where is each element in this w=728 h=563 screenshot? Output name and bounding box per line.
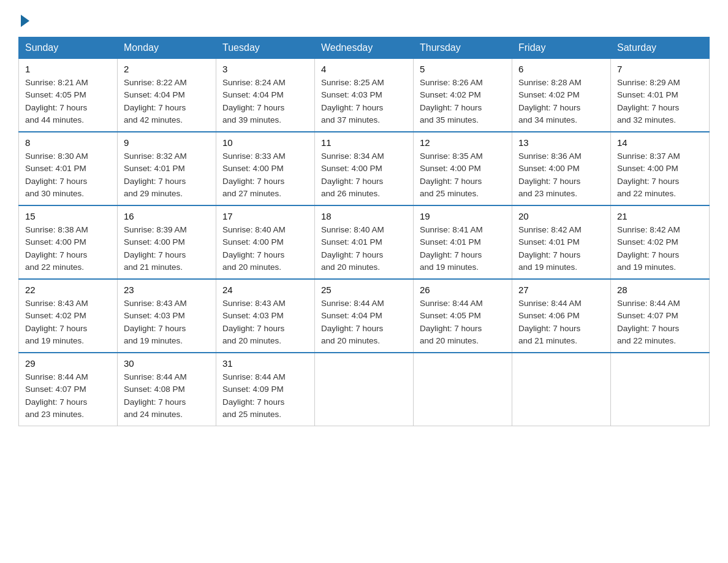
day-info: Sunrise: 8:44 AMSunset: 4:07 PMDaylight:… xyxy=(25,371,111,421)
day-number: 11 xyxy=(321,137,407,148)
day-info: Sunrise: 8:44 AMSunset: 4:08 PMDaylight:… xyxy=(124,371,210,421)
logo xyxy=(18,12,29,25)
day-number: 7 xyxy=(617,64,703,74)
calendar-cell: 12 Sunrise: 8:35 AMSunset: 4:00 PMDaylig… xyxy=(414,132,512,205)
column-header-friday: Friday xyxy=(512,37,611,59)
calendar-cell: 6 Sunrise: 8:28 AMSunset: 4:02 PMDayligh… xyxy=(512,59,611,132)
day-info: Sunrise: 8:43 AMSunset: 4:03 PMDaylight:… xyxy=(222,297,308,347)
day-number: 9 xyxy=(124,137,210,148)
logo-arrow-icon xyxy=(21,15,29,27)
day-number: 23 xyxy=(124,285,210,295)
day-info: Sunrise: 8:38 AMSunset: 4:00 PMDaylight:… xyxy=(25,224,111,274)
calendar-cell xyxy=(611,353,710,426)
day-number: 29 xyxy=(25,358,111,369)
calendar-cell: 9 Sunrise: 8:32 AMSunset: 4:01 PMDayligh… xyxy=(118,132,216,205)
calendar-cell: 29 Sunrise: 8:44 AMSunset: 4:07 PMDaylig… xyxy=(19,353,118,426)
day-number: 1 xyxy=(25,64,111,74)
day-number: 28 xyxy=(617,285,703,295)
day-info: Sunrise: 8:44 AMSunset: 4:09 PMDaylight:… xyxy=(222,371,308,421)
day-number: 31 xyxy=(222,358,308,369)
calendar-cell: 4 Sunrise: 8:25 AMSunset: 4:03 PMDayligh… xyxy=(315,59,414,132)
day-number: 22 xyxy=(25,285,111,295)
calendar-cell xyxy=(315,353,414,426)
day-info: Sunrise: 8:28 AMSunset: 4:02 PMDaylight:… xyxy=(518,77,604,126)
day-number: 20 xyxy=(518,211,604,221)
calendar-cell: 7 Sunrise: 8:29 AMSunset: 4:01 PMDayligh… xyxy=(611,59,710,132)
day-info: Sunrise: 8:40 AMSunset: 4:00 PMDaylight:… xyxy=(222,224,308,274)
day-info: Sunrise: 8:32 AMSunset: 4:01 PMDaylight:… xyxy=(124,150,210,200)
day-info: Sunrise: 8:29 AMSunset: 4:01 PMDaylight:… xyxy=(617,77,703,126)
day-number: 26 xyxy=(420,285,506,295)
calendar-cell xyxy=(414,353,512,426)
calendar-cell: 23 Sunrise: 8:43 AMSunset: 4:03 PMDaylig… xyxy=(118,279,216,353)
day-number: 27 xyxy=(518,285,604,295)
calendar-cell: 16 Sunrise: 8:39 AMSunset: 4:00 PMDaylig… xyxy=(118,205,216,279)
day-info: Sunrise: 8:24 AMSunset: 4:04 PMDaylight:… xyxy=(222,77,308,126)
day-info: Sunrise: 8:40 AMSunset: 4:01 PMDaylight:… xyxy=(321,224,407,274)
calendar-cell: 22 Sunrise: 8:43 AMSunset: 4:02 PMDaylig… xyxy=(19,279,118,353)
day-number: 30 xyxy=(124,358,210,369)
day-info: Sunrise: 8:44 AMSunset: 4:06 PMDaylight:… xyxy=(518,297,604,347)
day-info: Sunrise: 8:26 AMSunset: 4:02 PMDaylight:… xyxy=(420,77,506,126)
day-number: 25 xyxy=(321,285,407,295)
day-number: 16 xyxy=(124,211,210,221)
day-number: 2 xyxy=(124,64,210,74)
day-number: 21 xyxy=(617,211,703,221)
week-row-4: 22 Sunrise: 8:43 AMSunset: 4:02 PMDaylig… xyxy=(19,279,710,353)
page-header xyxy=(18,12,710,25)
column-header-sunday: Sunday xyxy=(19,37,118,59)
calendar-cell xyxy=(512,353,611,426)
calendar-cell: 5 Sunrise: 8:26 AMSunset: 4:02 PMDayligh… xyxy=(414,59,512,132)
calendar-cell: 13 Sunrise: 8:36 AMSunset: 4:00 PMDaylig… xyxy=(512,132,611,205)
calendar-cell: 28 Sunrise: 8:44 AMSunset: 4:07 PMDaylig… xyxy=(611,279,710,353)
day-number: 3 xyxy=(222,64,308,74)
calendar-cell: 10 Sunrise: 8:33 AMSunset: 4:00 PMDaylig… xyxy=(216,132,315,205)
calendar-cell: 31 Sunrise: 8:44 AMSunset: 4:09 PMDaylig… xyxy=(216,353,315,426)
day-info: Sunrise: 8:44 AMSunset: 4:07 PMDaylight:… xyxy=(617,297,703,347)
column-header-tuesday: Tuesday xyxy=(216,37,315,59)
day-info: Sunrise: 8:42 AMSunset: 4:02 PMDaylight:… xyxy=(617,224,703,274)
day-number: 8 xyxy=(25,137,111,148)
day-number: 17 xyxy=(222,211,308,221)
calendar-cell: 24 Sunrise: 8:43 AMSunset: 4:03 PMDaylig… xyxy=(216,279,315,353)
day-info: Sunrise: 8:35 AMSunset: 4:00 PMDaylight:… xyxy=(420,150,506,200)
calendar-cell: 14 Sunrise: 8:37 AMSunset: 4:00 PMDaylig… xyxy=(611,132,710,205)
week-row-5: 29 Sunrise: 8:44 AMSunset: 4:07 PMDaylig… xyxy=(19,353,710,426)
calendar-table: SundayMondayTuesdayWednesdayThursdayFrid… xyxy=(18,37,710,426)
day-number: 24 xyxy=(222,285,308,295)
calendar-cell: 18 Sunrise: 8:40 AMSunset: 4:01 PMDaylig… xyxy=(315,205,414,279)
day-number: 12 xyxy=(420,137,506,148)
day-info: Sunrise: 8:36 AMSunset: 4:00 PMDaylight:… xyxy=(518,150,604,200)
day-number: 4 xyxy=(321,64,407,74)
day-number: 19 xyxy=(420,211,506,221)
calendar-cell: 17 Sunrise: 8:40 AMSunset: 4:00 PMDaylig… xyxy=(216,205,315,279)
day-info: Sunrise: 8:22 AMSunset: 4:04 PMDaylight:… xyxy=(124,77,210,126)
day-number: 5 xyxy=(420,64,506,74)
day-info: Sunrise: 8:37 AMSunset: 4:00 PMDaylight:… xyxy=(617,150,703,200)
column-header-saturday: Saturday xyxy=(611,37,710,59)
calendar-cell: 20 Sunrise: 8:42 AMSunset: 4:01 PMDaylig… xyxy=(512,205,611,279)
calendar-cell: 2 Sunrise: 8:22 AMSunset: 4:04 PMDayligh… xyxy=(118,59,216,132)
calendar-cell: 19 Sunrise: 8:41 AMSunset: 4:01 PMDaylig… xyxy=(414,205,512,279)
calendar-cell: 25 Sunrise: 8:44 AMSunset: 4:04 PMDaylig… xyxy=(315,279,414,353)
day-info: Sunrise: 8:44 AMSunset: 4:04 PMDaylight:… xyxy=(321,297,407,347)
day-info: Sunrise: 8:21 AMSunset: 4:05 PMDaylight:… xyxy=(25,77,111,126)
day-number: 15 xyxy=(25,211,111,221)
day-number: 18 xyxy=(321,211,407,221)
calendar-cell: 3 Sunrise: 8:24 AMSunset: 4:04 PMDayligh… xyxy=(216,59,315,132)
day-number: 6 xyxy=(518,64,604,74)
calendar-cell: 27 Sunrise: 8:44 AMSunset: 4:06 PMDaylig… xyxy=(512,279,611,353)
day-info: Sunrise: 8:44 AMSunset: 4:05 PMDaylight:… xyxy=(420,297,506,347)
week-row-3: 15 Sunrise: 8:38 AMSunset: 4:00 PMDaylig… xyxy=(19,205,710,279)
calendar-cell: 15 Sunrise: 8:38 AMSunset: 4:00 PMDaylig… xyxy=(19,205,118,279)
day-info: Sunrise: 8:42 AMSunset: 4:01 PMDaylight:… xyxy=(518,224,604,274)
day-info: Sunrise: 8:25 AMSunset: 4:03 PMDaylight:… xyxy=(321,77,407,126)
column-header-thursday: Thursday xyxy=(414,37,512,59)
calendar-cell: 11 Sunrise: 8:34 AMSunset: 4:00 PMDaylig… xyxy=(315,132,414,205)
day-info: Sunrise: 8:43 AMSunset: 4:02 PMDaylight:… xyxy=(25,297,111,347)
column-header-wednesday: Wednesday xyxy=(315,37,414,59)
day-info: Sunrise: 8:41 AMSunset: 4:01 PMDaylight:… xyxy=(420,224,506,274)
calendar-cell: 8 Sunrise: 8:30 AMSunset: 4:01 PMDayligh… xyxy=(19,132,118,205)
day-info: Sunrise: 8:39 AMSunset: 4:00 PMDaylight:… xyxy=(124,224,210,274)
calendar-cell: 26 Sunrise: 8:44 AMSunset: 4:05 PMDaylig… xyxy=(414,279,512,353)
